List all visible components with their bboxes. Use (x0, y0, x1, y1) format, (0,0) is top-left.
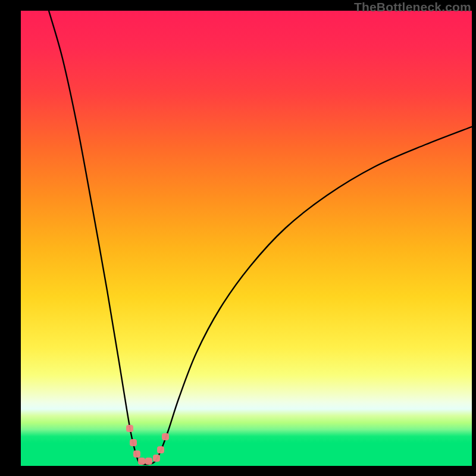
curve-marker (130, 439, 137, 446)
curve-marker (126, 425, 133, 432)
curve-marker (162, 433, 169, 440)
watermark-text: TheBottleneck.com (354, 0, 471, 14)
curve-marker (138, 458, 145, 465)
curve-marker (153, 455, 160, 462)
chart-gradient-panel (21, 11, 472, 466)
curve-marker (133, 450, 140, 458)
curve-marker (145, 458, 152, 465)
bottleneck-curve (49, 11, 472, 465)
bottleneck-curve-svg (21, 11, 472, 466)
curve-marker (157, 446, 164, 453)
